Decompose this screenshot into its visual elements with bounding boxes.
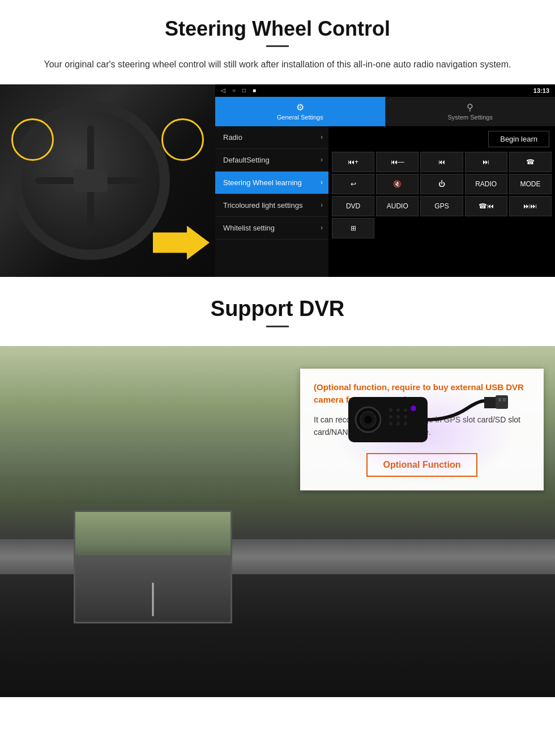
recent-icon: □ (242, 87, 246, 93)
tab-system-settings[interactable]: ⚲ System Settings (385, 97, 556, 126)
svg-point-3 (364, 416, 372, 424)
sw-center (74, 169, 108, 192)
dvr-title: Support DVR (23, 297, 532, 321)
android-statusbar: ◁ ○ □ ■ 13:13 (215, 84, 555, 97)
dvr-section-header: Support DVR (0, 277, 555, 346)
title-divider-2 (266, 326, 289, 327)
steering-wheel-image (0, 84, 215, 277)
dvr-section: Support DVR (Optional function, require … (0, 277, 555, 697)
sw-circle-left (11, 118, 54, 161)
ctrl-call[interactable]: ☎ (509, 152, 552, 172)
ctrl-vol-down[interactable]: ⏮— (376, 152, 419, 172)
section1-description: Your original car's steering wheel contr… (34, 57, 521, 72)
statusbar-left: ◁ ○ □ ■ (221, 87, 256, 93)
ctrl-call-prev[interactable]: ☎⏮ (465, 196, 507, 216)
section1-title: Steering Wheel Control (23, 17, 532, 41)
title-divider (266, 45, 289, 47)
tab-general-settings[interactable]: ⚙ General Settings (215, 97, 385, 126)
dvr-device (314, 377, 507, 468)
svg-point-5 (396, 408, 400, 412)
begin-learn-button[interactable]: Begin learn (488, 131, 549, 147)
ctrl-hangup[interactable]: ↩ (332, 174, 374, 194)
dvr-info-card: (Optional function, require to buy exter… (300, 369, 544, 491)
svg-point-6 (404, 408, 407, 412)
ctrl-extra[interactable]: ⊞ (332, 218, 374, 238)
ctrl-mute[interactable]: 🔇 (376, 174, 419, 194)
android-content: Radio › DefaultSetting › Steering Wheel … (215, 126, 555, 277)
svg-point-7 (389, 415, 392, 418)
back-icon: ◁ (221, 87, 225, 93)
gear-icon: ⚙ (296, 102, 304, 113)
status-time: 13:13 (533, 87, 549, 94)
arrow-shape (153, 226, 210, 260)
ctrl-prev[interactable]: ⏮ (420, 152, 463, 172)
svg-point-16 (411, 405, 416, 411)
camera-inset-road (75, 556, 230, 621)
svg-rect-15 (503, 398, 506, 402)
sw-circle-right (161, 118, 204, 161)
chevron-right-icon: › (321, 133, 323, 141)
dvr-background: (Optional function, require to buy exter… (0, 346, 555, 697)
tab-system-label: System Settings (448, 114, 493, 121)
android-tabs: ⚙ General Settings ⚲ System Settings (215, 97, 555, 126)
android-panel: ◁ ○ □ ■ 13:13 ⚙ General Settings ⚲ Syste… (215, 84, 555, 277)
svg-point-10 (389, 422, 392, 425)
ctrl-radio[interactable]: RADIO (465, 174, 507, 194)
menu-item-radio[interactable]: Radio › (215, 126, 328, 149)
system-icon: ⚲ (467, 102, 473, 113)
svg-point-8 (396, 415, 400, 418)
dvr-device-area (289, 366, 532, 479)
tab-general-label: General Settings (277, 114, 323, 121)
svg-point-11 (396, 422, 400, 425)
svg-point-9 (404, 415, 407, 418)
ui-composite: ◁ ○ □ ■ 13:13 ⚙ General Settings ⚲ Syste… (0, 84, 555, 277)
ctrl-mode[interactable]: MODE (509, 174, 552, 194)
ctrl-audio[interactable]: AUDIO (376, 196, 419, 216)
chevron-right-icon: › (321, 201, 323, 209)
svg-rect-13 (496, 395, 508, 409)
chevron-right-icon: › (321, 178, 323, 186)
camera-inset-road-line (152, 583, 154, 616)
begin-learn-row: Begin learn (328, 126, 555, 152)
menu-item-steering-wheel[interactable]: Steering Wheel learning › (215, 172, 328, 194)
ctrl-power[interactable]: ⏻ (420, 174, 463, 194)
menu-defaultsetting-label: DefaultSetting (223, 156, 270, 164)
chevron-right-icon: › (321, 224, 323, 232)
menu-item-tricoloured[interactable]: Tricoloured light settings › (215, 194, 328, 217)
sw-arrow (153, 226, 210, 260)
svg-rect-14 (498, 398, 501, 402)
ctrl-next[interactable]: ⏭ (465, 152, 507, 172)
menu-steering-label: Steering Wheel learning (223, 178, 302, 187)
ctrl-gps[interactable]: GPS (420, 196, 463, 216)
home-icon: ○ (232, 87, 236, 93)
menu-item-whitelist[interactable]: Whitelist setting › (215, 217, 328, 240)
menu-radio-label: Radio (223, 133, 242, 142)
control-button-grid: ⏮+ ⏮— ⏮ ⏭ ☎ ↩ 🔇 ⏻ RADIO MODE DVD AUDIO G… (328, 152, 555, 242)
ctrl-dvd[interactable]: DVD (332, 196, 374, 216)
chevron-right-icon: › (321, 156, 323, 164)
media-icon: ■ (253, 87, 256, 93)
steering-wheel-section: Steering Wheel Control Your original car… (0, 0, 555, 72)
dvr-road-image: (Optional function, require to buy exter… (0, 346, 555, 697)
ctrl-skip-next[interactable]: ⏭⏭ (509, 196, 552, 216)
svg-point-12 (404, 422, 407, 425)
menu-item-defaultsetting[interactable]: DefaultSetting › (215, 149, 328, 172)
menu-tricoloured-label: Tricoloured light settings (223, 201, 302, 210)
menu-panel: Radio › DefaultSetting › Steering Wheel … (215, 126, 328, 277)
menu-whitelist-label: Whitelist setting (223, 224, 275, 232)
camera-inset-image (74, 510, 232, 623)
svg-point-4 (389, 408, 392, 412)
dvr-device-svg (314, 377, 507, 468)
ctrl-vol-up[interactable]: ⏮+ (332, 152, 374, 172)
right-panel: Begin learn ⏮+ ⏮— ⏮ ⏭ ☎ ↩ 🔇 ⏻ RADIO MODE… (328, 126, 555, 277)
